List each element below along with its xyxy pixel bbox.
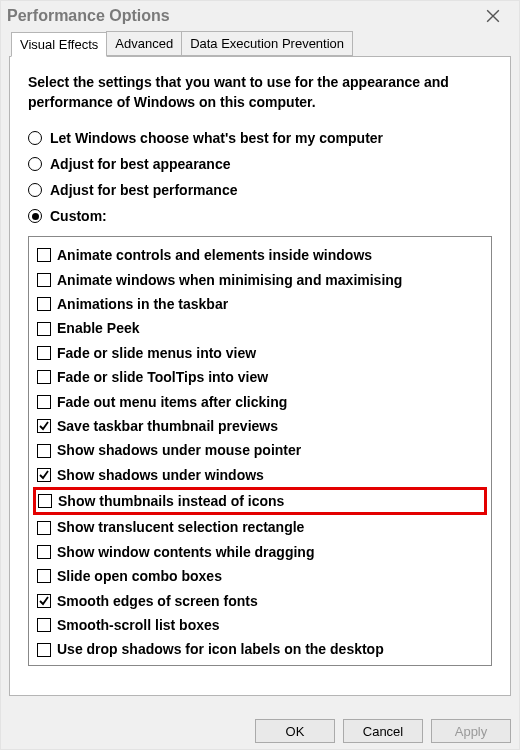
effect-label: Show shadows under mouse pointer	[57, 439, 301, 461]
effect-option[interactable]: Fade or slide ToolTips into view	[37, 365, 483, 389]
window-title: Performance Options	[7, 7, 170, 25]
effect-option[interactable]: Smooth edges of screen fonts	[37, 589, 483, 613]
checkbox-icon[interactable]	[37, 569, 51, 583]
checkbox-icon[interactable]	[37, 643, 51, 657]
radio-icon	[28, 157, 42, 171]
tab-visual-effects[interactable]: Visual Effects	[11, 32, 107, 57]
effect-option[interactable]: Slide open combo boxes	[37, 564, 483, 588]
effect-label: Slide open combo boxes	[57, 565, 222, 587]
close-icon	[486, 9, 500, 23]
effects-list[interactable]: Animate controls and elements inside win…	[28, 236, 492, 666]
checkbox-icon[interactable]	[37, 444, 51, 458]
effect-label: Fade or slide ToolTips into view	[57, 366, 268, 388]
effect-option[interactable]: Use drop shadows for icon labels on the …	[37, 637, 483, 661]
radio-label: Custom:	[50, 208, 107, 224]
tab-dep[interactable]: Data Execution Prevention	[181, 31, 353, 56]
radio-label: Adjust for best performance	[50, 182, 237, 198]
checkbox-icon[interactable]	[37, 594, 51, 608]
radio-auto[interactable]: Let Windows choose what's best for my co…	[28, 130, 492, 146]
effect-option[interactable]: Fade or slide menus into view	[37, 341, 483, 365]
panel-description: Select the settings that you want to use…	[28, 73, 492, 112]
effect-option[interactable]: Show shadows under mouse pointer	[37, 438, 483, 462]
effect-label: Smooth edges of screen fonts	[57, 590, 258, 612]
effect-option[interactable]: Enable Peek	[37, 316, 483, 340]
radio-best-performance[interactable]: Adjust for best performance	[28, 182, 492, 198]
checkbox-icon[interactable]	[37, 521, 51, 535]
tab-strip: Visual Effects Advanced Data Execution P…	[1, 31, 519, 56]
effect-option[interactable]: Animate windows when minimising and maxi…	[37, 268, 483, 292]
effect-label: Animate windows when minimising and maxi…	[57, 269, 402, 291]
tab-advanced[interactable]: Advanced	[106, 31, 182, 56]
effect-label: Show translucent selection rectangle	[57, 516, 304, 538]
effect-label: Fade or slide menus into view	[57, 342, 256, 364]
effect-label: Save taskbar thumbnail previews	[57, 415, 278, 437]
titlebar: Performance Options	[1, 1, 519, 31]
radio-icon	[28, 183, 42, 197]
effect-label: Fade out menu items after clicking	[57, 391, 287, 413]
effect-option[interactable]: Show thumbnails instead of icons	[33, 487, 487, 515]
apply-button: Apply	[431, 719, 511, 743]
radio-label: Let Windows choose what's best for my co…	[50, 130, 383, 146]
ok-button[interactable]: OK	[255, 719, 335, 743]
visual-effects-panel: Select the settings that you want to use…	[9, 56, 511, 696]
checkbox-icon[interactable]	[37, 545, 51, 559]
effect-option[interactable]: Animations in the taskbar	[37, 292, 483, 316]
close-button[interactable]	[473, 1, 513, 31]
radio-icon	[28, 131, 42, 145]
radio-best-appearance[interactable]: Adjust for best appearance	[28, 156, 492, 172]
effect-label: Animate controls and elements inside win…	[57, 244, 372, 266]
effect-label: Use drop shadows for icon labels on the …	[57, 638, 384, 660]
effect-label: Show window contents while dragging	[57, 541, 314, 563]
effect-label: Enable Peek	[57, 317, 140, 339]
checkbox-icon[interactable]	[37, 322, 51, 336]
checkbox-icon[interactable]	[37, 273, 51, 287]
performance-options-window: Performance Options Visual Effects Advan…	[0, 0, 520, 750]
effect-option[interactable]: Smooth-scroll list boxes	[37, 613, 483, 637]
radio-icon	[28, 209, 42, 223]
checkbox-icon[interactable]	[37, 346, 51, 360]
radio-label: Adjust for best appearance	[50, 156, 231, 172]
radio-custom[interactable]: Custom:	[28, 208, 492, 224]
checkbox-icon[interactable]	[37, 419, 51, 433]
cancel-button[interactable]: Cancel	[343, 719, 423, 743]
effect-option[interactable]: Show window contents while dragging	[37, 540, 483, 564]
checkbox-icon[interactable]	[37, 297, 51, 311]
effect-label: Smooth-scroll list boxes	[57, 614, 220, 636]
effect-option[interactable]: Fade out menu items after clicking	[37, 390, 483, 414]
dialog-button-bar: OK Cancel Apply	[255, 719, 511, 743]
checkbox-icon[interactable]	[38, 494, 52, 508]
checkbox-icon[interactable]	[37, 248, 51, 262]
checkbox-icon[interactable]	[37, 370, 51, 384]
radio-group: Let Windows choose what's best for my co…	[28, 130, 492, 224]
effect-label: Show thumbnails instead of icons	[58, 490, 284, 512]
effect-option[interactable]: Animate controls and elements inside win…	[37, 243, 483, 267]
effect-label: Animations in the taskbar	[57, 293, 228, 315]
effect-option[interactable]: Show shadows under windows	[37, 463, 483, 487]
effect-label: Show shadows under windows	[57, 464, 264, 486]
effect-option[interactable]: Show translucent selection rectangle	[37, 515, 483, 539]
effect-option[interactable]: Save taskbar thumbnail previews	[37, 414, 483, 438]
checkbox-icon[interactable]	[37, 468, 51, 482]
checkbox-icon[interactable]	[37, 395, 51, 409]
checkbox-icon[interactable]	[37, 618, 51, 632]
